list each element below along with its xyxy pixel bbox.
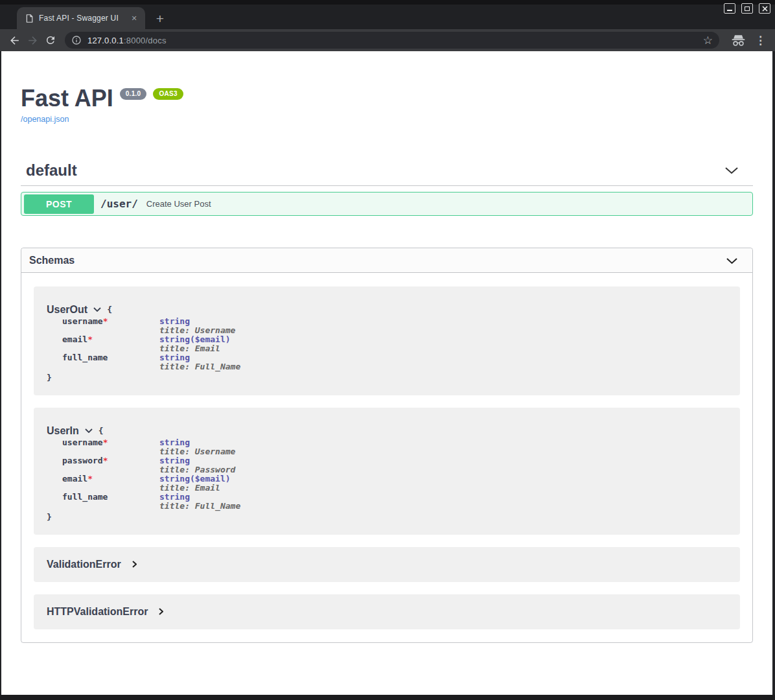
property-row: username* stringtitle: Username <box>47 438 727 456</box>
property-name: full_name <box>62 492 108 502</box>
model-toggle-httpvalidationerror[interactable]: HTTPValidationError <box>47 606 727 617</box>
required-star: * <box>103 438 108 447</box>
property-name: email <box>62 334 87 344</box>
property-row: email* string($email)title: Email <box>47 335 727 353</box>
property-title: title: Password <box>159 465 235 474</box>
property-type: string <box>159 353 240 362</box>
required-star: * <box>103 456 108 465</box>
property-name: email <box>62 474 87 484</box>
url-host: 127.0.0.1 <box>87 36 124 45</box>
property-row: full_name stringtitle: Full_Name <box>47 493 727 511</box>
window-close-button[interactable] <box>759 3 770 14</box>
model-toggle-userin[interactable]: UserIn { <box>47 425 727 436</box>
version-badge: 0.1.0 <box>120 88 147 100</box>
model-name: ValidationError <box>47 559 121 570</box>
page-favicon-icon <box>26 14 33 23</box>
required-star: * <box>87 334 93 344</box>
browser-window: Fast API - Swagger UI ✕ + 127.0.0.1:8000… <box>0 0 775 700</box>
property-name: full_name <box>62 353 108 362</box>
window-minimize-button[interactable] <box>724 3 735 14</box>
close-brace: } <box>47 373 727 382</box>
chevron-down-icon <box>93 307 101 312</box>
tab-title: Fast API - Swagger UI <box>39 14 128 23</box>
property-type: string <box>159 493 240 502</box>
site-info-icon[interactable] <box>71 35 82 45</box>
property-name: username <box>62 316 103 326</box>
bookmark-star-icon[interactable]: ☆ <box>703 35 713 46</box>
chevron-down-icon <box>724 167 739 174</box>
tag-section-header[interactable]: default <box>21 161 753 186</box>
model-card-validationerror: ValidationError <box>34 547 740 582</box>
browser-menu-icon[interactable]: ⋮ <box>755 35 766 46</box>
browser-toolbar: 127.0.0.1:8000/docs ☆ ⋮ <box>0 29 775 51</box>
back-button[interactable] <box>5 31 23 49</box>
address-bar[interactable]: 127.0.0.1:8000/docs ☆ <box>65 32 719 49</box>
api-header: Fast API 0.1.0 OAS3 <box>21 87 753 110</box>
property-title: title: Full_Name <box>159 502 240 511</box>
schemas-body: UserOut { username* stringtitle: Usernam… <box>21 273 752 642</box>
property-title: title: Full_Name <box>159 362 240 371</box>
window-controls <box>724 3 770 14</box>
tag-name: default <box>26 161 77 180</box>
property-list: username* stringtitle: Username email* s… <box>47 317 727 371</box>
schemas-title: Schemas <box>29 255 75 266</box>
property-list: username* stringtitle: Username password… <box>47 438 727 511</box>
model-toggle-validationerror[interactable]: ValidationError <box>47 559 727 570</box>
model-name: HTTPValidationError <box>47 606 148 617</box>
tab-close-icon[interactable]: ✕ <box>128 12 140 24</box>
chevron-right-icon <box>159 608 163 615</box>
reload-button[interactable] <box>41 31 60 49</box>
api-title: Fast API <box>21 87 113 110</box>
property-title: title: Username <box>159 447 235 456</box>
url-text: 127.0.0.1:8000/docs <box>87 36 703 45</box>
model-card-userout: UserOut { username* stringtitle: Usernam… <box>34 286 740 395</box>
model-name: UserOut <box>47 304 87 315</box>
chevron-down-icon <box>726 257 738 264</box>
property-name: username <box>62 438 103 447</box>
required-star: * <box>87 474 93 484</box>
property-type: string <box>159 438 235 447</box>
property-type: string($email) <box>159 474 231 484</box>
browser-tab[interactable]: Fast API - Swagger UI ✕ <box>17 7 145 29</box>
schemas-section: Schemas UserOut { <box>21 248 753 643</box>
property-name: password <box>62 456 103 465</box>
property-row: email* string($email)title: Email <box>47 474 727 493</box>
model-name: UserIn <box>47 425 79 436</box>
property-row: password* stringtitle: Password <box>47 456 727 474</box>
http-method-badge: POST <box>24 194 94 214</box>
property-type: string <box>159 456 235 465</box>
model-card-httpvalidationerror: HTTPValidationError <box>34 594 740 629</box>
tab-strip: Fast API - Swagger UI ✕ + <box>0 0 775 29</box>
open-brace: { <box>107 305 112 314</box>
schemas-header[interactable]: Schemas <box>21 248 752 273</box>
property-row: full_name stringtitle: Full_Name <box>47 353 727 371</box>
endpoint-row-post-user[interactable]: POST /user/ Create User Post <box>21 192 753 216</box>
endpoint-path: /user/ <box>100 198 138 210</box>
window-bottom-edge <box>0 695 775 700</box>
property-title: title: Username <box>159 326 235 335</box>
forward-button[interactable] <box>23 31 41 49</box>
property-title: title: Email <box>159 484 231 493</box>
oas3-badge: OAS3 <box>153 88 183 100</box>
chevron-right-icon <box>132 561 137 568</box>
model-card-userin: UserIn { username* stringtitle: Username… <box>34 408 740 535</box>
property-title: title: Email <box>159 344 231 353</box>
property-type: string <box>159 317 235 326</box>
window-maximize-button[interactable] <box>741 3 753 14</box>
model-toggle-userout[interactable]: UserOut { <box>47 304 727 315</box>
close-brace: } <box>47 512 727 522</box>
property-row: username* stringtitle: Username <box>47 317 727 335</box>
required-star: * <box>103 316 108 326</box>
endpoint-summary: Create User Post <box>146 199 211 209</box>
swagger-page: Fast API 0.1.0 OAS3 /openapi.json defaul… <box>0 51 775 695</box>
new-tab-button[interactable]: + <box>152 10 168 27</box>
incognito-icon[interactable] <box>731 34 746 47</box>
open-brace: { <box>98 426 104 436</box>
property-type: string($email) <box>159 335 231 344</box>
url-path: :8000/docs <box>124 36 167 45</box>
chevron-down-icon <box>85 428 93 433</box>
toolbar-right: ⋮ <box>731 34 766 47</box>
openapi-json-link[interactable]: /openapi.json <box>21 115 69 124</box>
